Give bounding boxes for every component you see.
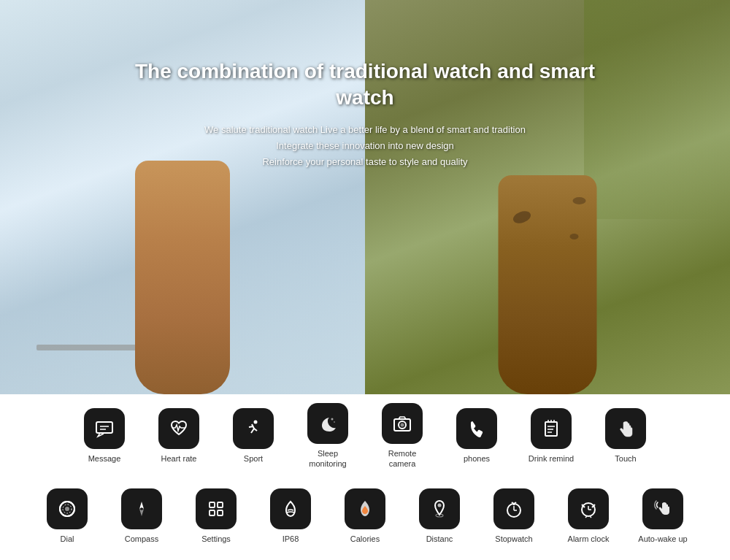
alarm-clock-label: Alarm clock bbox=[568, 534, 610, 544]
sport-icon-box bbox=[233, 408, 274, 449]
feature-sport: Sport bbox=[220, 408, 286, 464]
auto-wake-up-icon-box bbox=[642, 488, 683, 529]
calories-label: Calories bbox=[350, 534, 380, 544]
svg-point-17 bbox=[65, 507, 69, 511]
heart-rate-icon-box bbox=[158, 408, 199, 449]
page-container: 12:38 ━━━━━━ ━━━ The combination of trad… bbox=[0, 0, 730, 560]
features-section: Message Heart rate bbox=[0, 394, 730, 560]
svg-point-5 bbox=[334, 421, 335, 423]
sport-label: Sport bbox=[244, 453, 263, 464]
feature-touch: Touch bbox=[593, 408, 658, 464]
svg-rect-22 bbox=[210, 502, 215, 507]
auto-wake-up-label: Auto-wake up bbox=[638, 534, 687, 544]
svg-rect-0 bbox=[96, 422, 112, 433]
heart-rate-label: Heart rate bbox=[161, 453, 197, 464]
svg-rect-23 bbox=[218, 502, 223, 507]
drink-remind-icon-box bbox=[531, 408, 572, 449]
compass-label: Compass bbox=[125, 534, 158, 544]
svg-point-3 bbox=[254, 421, 258, 424]
hero-section: 12:38 ━━━━━━ ━━━ The combination of trad… bbox=[0, 0, 730, 394]
svg-marker-20 bbox=[139, 502, 144, 509]
features-row-2: Dial Compass bbox=[34, 488, 696, 544]
distanc-label: Distanc bbox=[426, 534, 453, 544]
dial-icon-box bbox=[47, 488, 88, 529]
remote-camera-label: Remote camera bbox=[388, 448, 417, 469]
feature-distanc: Distanc bbox=[407, 488, 472, 544]
feature-heart-rate: Heart rate bbox=[146, 408, 212, 464]
hero-right-panel: 12:38 ━━━━━━ ━━━ bbox=[365, 0, 730, 394]
calories-icon-box bbox=[345, 488, 385, 529]
feature-auto-wake-up: Auto-wake up bbox=[630, 488, 696, 544]
feature-compass: Compass bbox=[109, 488, 174, 544]
ip68-icon-box bbox=[270, 488, 311, 529]
svg-point-26 bbox=[438, 503, 442, 507]
feature-settings: Settings bbox=[183, 488, 249, 544]
svg-point-4 bbox=[331, 418, 334, 421]
svg-point-8 bbox=[401, 423, 404, 427]
feature-ip68: IP68 bbox=[258, 488, 323, 544]
sleep-label: Sleep monitoring bbox=[309, 448, 346, 469]
feature-alarm-clock: Alarm clock bbox=[556, 488, 621, 544]
feature-phones: phones bbox=[444, 408, 510, 464]
ip68-label: IP68 bbox=[283, 534, 299, 544]
compass-icon-box bbox=[121, 488, 162, 529]
touch-label: Touch bbox=[615, 453, 636, 464]
svg-line-37 bbox=[585, 516, 587, 518]
stopwatch-icon-box bbox=[493, 488, 534, 529]
settings-label: Settings bbox=[201, 534, 231, 544]
remote-camera-icon-box bbox=[382, 403, 423, 444]
feature-dial: Dial bbox=[34, 488, 100, 544]
dial-label: Dial bbox=[61, 534, 74, 544]
feature-drink-remind: Drink remind bbox=[518, 408, 584, 464]
feature-sleep: Sleep monitoring bbox=[295, 403, 361, 469]
feature-calories: Calories bbox=[332, 488, 398, 544]
drink-remind-label: Drink remind bbox=[529, 453, 574, 464]
svg-rect-24 bbox=[210, 510, 215, 515]
stopwatch-label: Stopwatch bbox=[495, 534, 532, 544]
feature-stopwatch: Stopwatch bbox=[481, 488, 547, 544]
svg-line-38 bbox=[590, 516, 591, 518]
feature-remote-camera: Remote camera bbox=[369, 403, 435, 469]
alarm-clock-icon-box bbox=[568, 488, 609, 529]
hero-left-panel bbox=[0, 0, 365, 394]
svg-rect-25 bbox=[218, 510, 223, 515]
message-label: Message bbox=[88, 453, 121, 464]
phones-label: phones bbox=[464, 453, 490, 464]
feature-message: Message bbox=[72, 408, 137, 464]
distanc-icon-box bbox=[419, 488, 460, 529]
svg-marker-21 bbox=[139, 509, 144, 516]
touch-icon-box bbox=[605, 408, 646, 449]
features-row-1: Message Heart rate bbox=[72, 403, 658, 469]
phones-icon-box bbox=[456, 408, 497, 449]
settings-icon-box bbox=[196, 488, 237, 529]
message-icon-box bbox=[84, 408, 125, 449]
sleep-icon-box bbox=[307, 403, 348, 444]
